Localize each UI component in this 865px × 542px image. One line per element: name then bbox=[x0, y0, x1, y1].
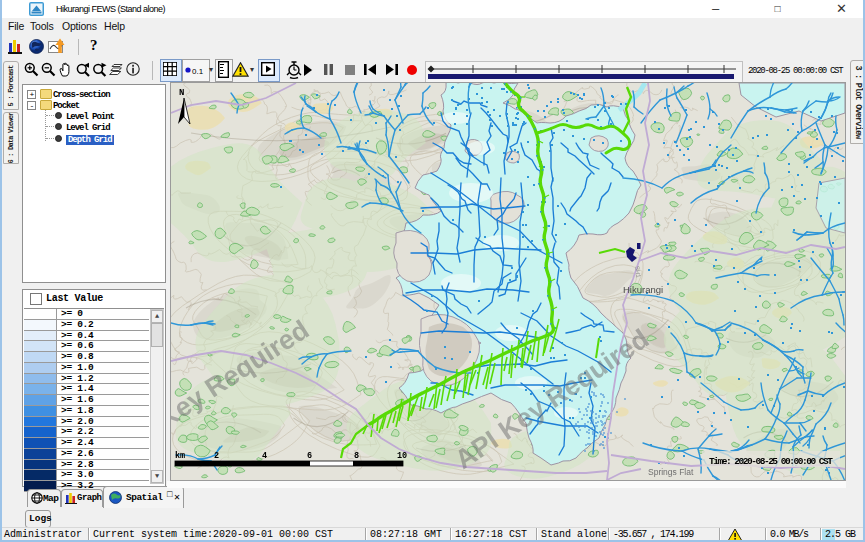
svg-text:0.1: 0.1 bbox=[192, 67, 204, 76]
svg-text:N: N bbox=[179, 88, 184, 98]
svg-text:4: 4 bbox=[262, 451, 267, 461]
svg-text:km: km bbox=[175, 451, 185, 461]
svg-text:Hikurangi: Hikurangi bbox=[623, 284, 663, 295]
svg-text:6: 6 bbox=[307, 451, 312, 461]
svg-text:Time: 2020-08-25 00:00:00 CST: Time: 2020-08-25 00:00:00 CST bbox=[709, 456, 833, 467]
svg-text:Springs Flat: Springs Flat bbox=[648, 467, 694, 477]
svg-text:8: 8 bbox=[354, 451, 359, 461]
svg-text:2: 2 bbox=[214, 451, 219, 461]
svg-text:10: 10 bbox=[397, 451, 407, 461]
